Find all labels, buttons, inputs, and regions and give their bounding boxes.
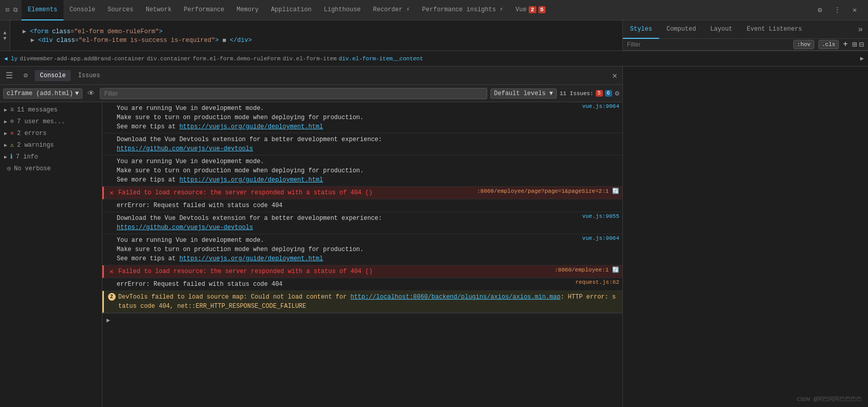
console-section: ☰ ⊘ Console Issues ✕ clframe (add.html) …	[0, 66, 622, 407]
line-content: Download the Vue Devtools extension for …	[115, 213, 578, 233]
sidebar-item-user-messages[interactable]: ▶ ⊙ 7 user mes...	[0, 116, 102, 127]
hov-button[interactable]: :hov	[793, 40, 814, 49]
sidebar-item-errors[interactable]: ▶ ✕ 2 errors	[0, 127, 102, 139]
sidebar-item-verbose[interactable]: ◎ No verbose	[0, 163, 102, 174]
source-link-9[interactable]: request.js:62	[571, 279, 619, 285]
tab-elements[interactable]: Elements	[21, 0, 63, 20]
tab-computed[interactable]: Computed	[659, 20, 703, 39]
line-content: errError: Request failed with status cod…	[115, 200, 615, 211]
scroll-down-arrow: ▼	[3, 36, 6, 41]
source-link-6[interactable]: vue.js:9055	[578, 213, 619, 219]
line-prefix	[105, 235, 115, 236]
sidebar-list: ▶ ≡ 11 messages ▶ ⊙ 7 user mes... ▶ ✕ 2 …	[0, 102, 102, 407]
default-levels-dropdown[interactable]: Default levels ▼	[490, 88, 556, 99]
source-link-8[interactable]: :8060/employee:1 🔄	[551, 266, 619, 273]
dom-tree: ▶ <form class="el-form demo-ruleForm"> ▶…	[10, 20, 622, 51]
tab-network[interactable]: Network	[140, 0, 178, 20]
expand-left-icon[interactable]: ⊞	[852, 39, 857, 50]
vue-deployment-link-3[interactable]: https://vuejs.org/guide/deployment.html	[179, 255, 323, 262]
dom-line-2: ▶ <div class="el-form-item is-success is…	[14, 36, 618, 44]
sidebar-item-all-messages[interactable]: ▶ ≡ 11 messages	[0, 104, 102, 116]
console-input[interactable]	[113, 317, 618, 324]
line-prefix	[105, 134, 115, 135]
console-input-area: ▶	[102, 313, 622, 327]
main-layout: ☰ ⊘ Console Issues ✕ clframe (add.html) …	[0, 66, 868, 407]
source-link-1[interactable]: vue.js:9064	[578, 103, 619, 109]
tab-vue[interactable]: Vue 2 5	[509, 0, 552, 20]
tab-lighthouse[interactable]: Lighthouse	[318, 0, 367, 20]
console-line-devtools: 2 DevTools failed to load source map: Co…	[102, 291, 622, 313]
vue-devtools-link-2[interactable]: https://github.com/vuejs/vue-devtools	[117, 224, 253, 231]
console-clear-icon[interactable]: ⊘	[18, 69, 33, 83]
vue-badge-red: 2	[529, 6, 536, 13]
right-panel: Styles Computed Layout Event Listeners »…	[622, 20, 868, 51]
tab-sources[interactable]: Sources	[101, 0, 139, 20]
filter-eye-icon[interactable]: 👁	[85, 88, 97, 99]
console-line: You are running Vue in development mode.…	[102, 234, 622, 265]
error-icon: ✕	[110, 267, 114, 276]
sidebar-item-info[interactable]: ▶ ℹ 7 info	[0, 151, 102, 163]
filter-input[interactable]	[100, 88, 487, 99]
more-options-icon[interactable]: ⋮	[830, 3, 844, 17]
devtools-badge-icon: 2	[108, 293, 116, 301]
dock-icon[interactable]: ⊡	[4, 5, 11, 15]
issues-badge-red: 5	[596, 90, 603, 97]
line-content: Failed to load resource: the server resp…	[116, 266, 551, 277]
breadcrumb-member-add-app[interactable]: div#member-add-app.addBrand-container	[19, 56, 144, 62]
add-style-rule-button[interactable]: +	[843, 40, 848, 49]
vue-badge-red2: 5	[538, 6, 546, 13]
vue-deployment-link-2[interactable]: https://vuejs.org/guide/deployment.html	[179, 176, 323, 184]
sidebar-item-warnings[interactable]: ▶ ⚠ 2 warnings	[0, 139, 102, 151]
line-prefix	[105, 213, 115, 214]
axios-map-link[interactable]: http://localhost:8060/backend/plugins/ax…	[351, 293, 560, 301]
top-tab-bar: ⊡ ⧉ Elements Console Sources Network Per…	[0, 0, 868, 20]
source-link-7[interactable]: vue.js:9064	[578, 235, 619, 241]
tab-styles[interactable]: Styles	[623, 20, 659, 39]
error-icon: ✕	[110, 189, 114, 197]
tab-console[interactable]: Console	[63, 0, 101, 20]
tab-memory[interactable]: Memory	[230, 0, 265, 20]
line-prefix	[105, 156, 115, 157]
tab-list: ⊡ ⧉ Elements Console Sources Network Per…	[2, 0, 813, 20]
styles-filter-input[interactable]	[627, 41, 789, 48]
styles-content-area	[622, 66, 868, 407]
breadcrumb-form-item[interactable]: div.el-form-item	[283, 56, 337, 62]
undock-icon[interactable]: ⧉	[12, 6, 19, 15]
breadcrumb-form-item-content[interactable]: div.el-form-item__content	[339, 56, 423, 62]
line-content: Failed to load resource: the server resp…	[116, 188, 473, 198]
tab-console-main[interactable]: Console	[35, 70, 71, 81]
source-link-4[interactable]: :8060/employee/page?page=1&pageSize=2:1 …	[473, 188, 619, 194]
tab-performance[interactable]: Performance	[178, 0, 230, 20]
dom-line-1: ▶ <form class="el-form demo-ruleForm">	[14, 28, 618, 35]
close-devtools-icon[interactable]: ✕	[848, 3, 862, 17]
issues-badge: 11 Issues: 5 6	[560, 90, 612, 97]
dom-scroll-indicator[interactable]: ▲ ▼	[0, 20, 10, 51]
console-sidebar-toggle[interactable]: ☰	[2, 69, 16, 83]
breadcrumb-right-arrow[interactable]: ▶	[860, 55, 864, 62]
messages-icon: ≡	[10, 106, 14, 114]
vue-devtools-link-1[interactable]: https://github.com/vuejs/vue-devtools	[117, 145, 253, 152]
error-icon: ✕	[10, 129, 14, 137]
warning-icon: ⚠	[10, 141, 14, 149]
expand-right-icon[interactable]: ⊟	[859, 39, 864, 50]
cls-button[interactable]: .cls	[818, 40, 839, 49]
tab-layout[interactable]: Layout	[703, 20, 740, 39]
settings-icon[interactable]: ⚙	[813, 3, 827, 17]
chevron-icon: ▶	[4, 107, 7, 113]
verbose-icon: ◎	[7, 165, 11, 172]
breadcrumb-container[interactable]: div.container	[147, 56, 191, 62]
close-console-icon[interactable]: ✕	[609, 71, 620, 81]
tab-performance-insights[interactable]: Performance insights ⚡	[416, 0, 509, 20]
vue-deployment-link-1[interactable]: https://vuejs.org/guide/deployment.html	[179, 123, 323, 130]
line-content: You are running Vue in development mode.…	[115, 235, 578, 264]
tab-issues[interactable]: Issues	[73, 70, 105, 81]
frame-selector[interactable]: clframe (add.html) ▼	[3, 88, 82, 99]
breadcrumb-form[interactable]: form.el-form.demo-ruleForm	[193, 56, 281, 62]
tab-recorder[interactable]: Recorder ⚡	[367, 0, 416, 20]
tab-application[interactable]: Application	[265, 0, 318, 20]
filter-settings-icon[interactable]: ⚙	[615, 89, 619, 98]
styles-more-icon[interactable]: »	[853, 25, 868, 34]
console-prompt: ▶	[106, 316, 110, 324]
tab-event-listeners[interactable]: Event Listeners	[740, 20, 809, 39]
breadcrumb-back[interactable]: ◀ ly	[4, 55, 17, 62]
